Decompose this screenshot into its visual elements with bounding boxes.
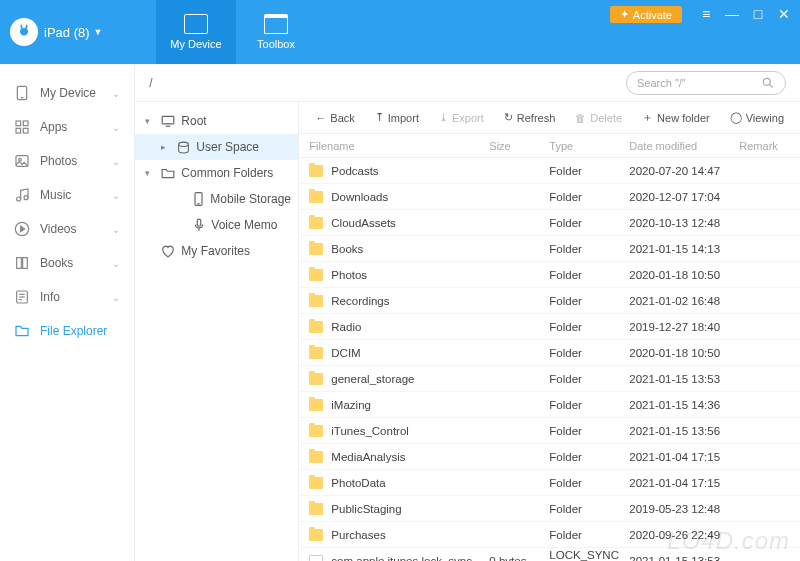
file-name: com.apple.itunes.lock_sync — [331, 555, 472, 562]
sidebar-item-apps[interactable]: Apps⌄ — [0, 110, 134, 144]
sidebar-item-photos[interactable]: Photos⌄ — [0, 144, 134, 178]
tree-root[interactable]: ▾ Root — [135, 108, 298, 134]
col-type[interactable]: Type — [549, 140, 629, 152]
export-button[interactable]: ⤓Export — [431, 108, 492, 127]
refresh-button[interactable]: ↻Refresh — [496, 108, 564, 127]
search-input[interactable]: Search "/" — [626, 71, 786, 95]
svg-rect-23 — [198, 219, 202, 226]
file-toolbar: ←Back ⤒Import ⤓Export ↻Refresh 🗑Delete ＋… — [299, 102, 800, 134]
file-date: 2019-05-23 12:48 — [629, 503, 739, 515]
app-logo — [10, 18, 38, 46]
file-row[interactable]: PhotosFolder2020-01-18 10:50 — [299, 262, 800, 288]
tree-user-space[interactable]: ▸ User Space — [135, 134, 298, 160]
back-button[interactable]: ←Back — [307, 109, 362, 127]
heart-icon — [161, 245, 175, 258]
trash-icon: 🗑 — [575, 112, 586, 124]
file-row[interactable]: MediaAnalysisFolder2021-01-04 17:15 — [299, 444, 800, 470]
file-date: 2020-10-13 12:48 — [629, 217, 739, 229]
sidebar-item-my-device[interactable]: My Device⌄ — [0, 76, 134, 110]
svg-point-16 — [763, 78, 770, 85]
device-selector[interactable]: iPad (8) ▼ — [0, 0, 156, 64]
file-row[interactable]: iTunes_ControlFolder2021-01-15 13:56 — [299, 418, 800, 444]
file-row[interactable]: iMazingFolder2021-01-15 14:36 — [299, 392, 800, 418]
file-type: Folder — [549, 503, 629, 515]
file-name: DCIM — [331, 347, 360, 359]
sidebar-item-file-explorer[interactable]: File Explorer — [0, 314, 134, 348]
tab-my-device[interactable]: My Device — [156, 0, 236, 64]
file-name: Radio — [331, 321, 361, 333]
file-row[interactable]: com.apple.itunes.lock_sync0 bytesLOCK_SY… — [299, 548, 800, 561]
file-row[interactable]: PublicStagingFolder2019-05-23 12:48 — [299, 496, 800, 522]
svg-rect-2 — [16, 121, 21, 126]
file-row[interactable]: BooksFolder2021-01-15 14:13 — [299, 236, 800, 262]
maximize-button[interactable]: □ — [750, 6, 766, 22]
file-type: Folder — [549, 529, 629, 541]
folder-icon — [309, 243, 323, 255]
folder-icon — [309, 477, 323, 489]
sidebar-item-info[interactable]: Info⌄ — [0, 280, 134, 314]
sidebar: My Device⌄Apps⌄Photos⌄Music⌄Videos⌄Books… — [0, 64, 135, 561]
device-icon — [14, 85, 30, 101]
file-list[interactable]: PodcastsFolder2020-07-20 14:47DownloadsF… — [299, 158, 800, 561]
sidebar-item-label: Videos — [40, 222, 76, 236]
tree-voice-memo[interactable]: Voice Memo — [135, 212, 298, 238]
new-folder-button[interactable]: ＋New folder — [634, 107, 718, 128]
sidebar-item-music[interactable]: Music⌄ — [0, 178, 134, 212]
file-name: Photos — [331, 269, 367, 281]
svg-marker-11 — [21, 226, 25, 231]
activate-button[interactable]: ✦ Activate — [610, 6, 682, 23]
svg-point-7 — [19, 158, 22, 161]
sidebar-item-books[interactable]: Books⌄ — [0, 246, 134, 280]
tree-my-favorites[interactable]: My Favorites — [135, 238, 298, 264]
viewing-button[interactable]: ◯Viewing — [722, 108, 792, 127]
col-remark[interactable]: Remark — [739, 140, 800, 152]
file-row[interactable]: DownloadsFolder2020-12-07 17:04 — [299, 184, 800, 210]
body: ▾ Root ▸ User Space ▾ — [135, 102, 800, 561]
file-row[interactable]: DCIMFolder2020-01-18 10:50 — [299, 340, 800, 366]
tree-common-folders[interactable]: ▾ Common Folders — [135, 160, 298, 186]
chevron-down-icon: ⌄ — [112, 156, 120, 167]
refresh-icon: ↻ — [504, 111, 513, 124]
file-type: Folder — [549, 243, 629, 255]
file-type: Folder — [549, 399, 629, 411]
chevron-down-icon: ⌄ — [112, 258, 120, 269]
new-folder-icon: ＋ — [642, 110, 653, 125]
file-row[interactable]: RecordingsFolder2021-01-02 16:48 — [299, 288, 800, 314]
sidebar-item-label: File Explorer — [40, 324, 107, 338]
menu-button[interactable]: ≡ — [698, 6, 714, 22]
folder-icon — [309, 347, 323, 359]
file-row[interactable]: RadioFolder2019-12-27 18:40 — [299, 314, 800, 340]
file-type: Folder — [549, 217, 629, 229]
col-filename[interactable]: Filename — [309, 140, 489, 152]
import-icon: ⤒ — [375, 111, 384, 124]
svg-rect-4 — [16, 128, 21, 133]
chevron-down-icon: ⌄ — [112, 224, 120, 235]
tab-toolbox[interactable]: Toolbox — [236, 0, 316, 64]
folder-icon — [14, 323, 30, 339]
folder-icon — [309, 399, 323, 411]
close-button[interactable]: ✕ — [776, 6, 792, 22]
file-row[interactable]: PodcastsFolder2020-07-20 14:47 — [299, 158, 800, 184]
file-row[interactable]: general_storageFolder2021-01-15 13:53 — [299, 366, 800, 392]
file-row[interactable]: PurchasesFolder2020-09-26 22:49 — [299, 522, 800, 548]
col-date[interactable]: Date modified — [629, 140, 739, 152]
file-name: iTunes_Control — [331, 425, 409, 437]
delete-button[interactable]: 🗑Delete — [567, 109, 630, 127]
sidebar-item-label: Music — [40, 188, 71, 202]
file-row[interactable]: CloudAssetsFolder2020-10-13 12:48 — [299, 210, 800, 236]
file-type: Folder — [549, 451, 629, 463]
sidebar-item-videos[interactable]: Videos⌄ — [0, 212, 134, 246]
sidebar-item-label: Info — [40, 290, 60, 304]
minimize-button[interactable]: — — [724, 6, 740, 22]
file-name: PublicStaging — [331, 503, 401, 515]
import-button[interactable]: ⤒Import — [367, 108, 427, 127]
file-row[interactable]: PhotoDataFolder2021-01-04 17:15 — [299, 470, 800, 496]
svg-line-17 — [770, 84, 773, 87]
collapse-icon: ▾ — [145, 168, 155, 178]
col-size[interactable]: Size — [489, 140, 549, 152]
books-icon — [14, 255, 30, 271]
folder-icon — [309, 295, 323, 307]
file-date: 2021-01-04 17:15 — [629, 451, 739, 463]
svg-rect-5 — [23, 128, 28, 133]
tree-mobile-storage[interactable]: Mobile Storage — [135, 186, 298, 212]
